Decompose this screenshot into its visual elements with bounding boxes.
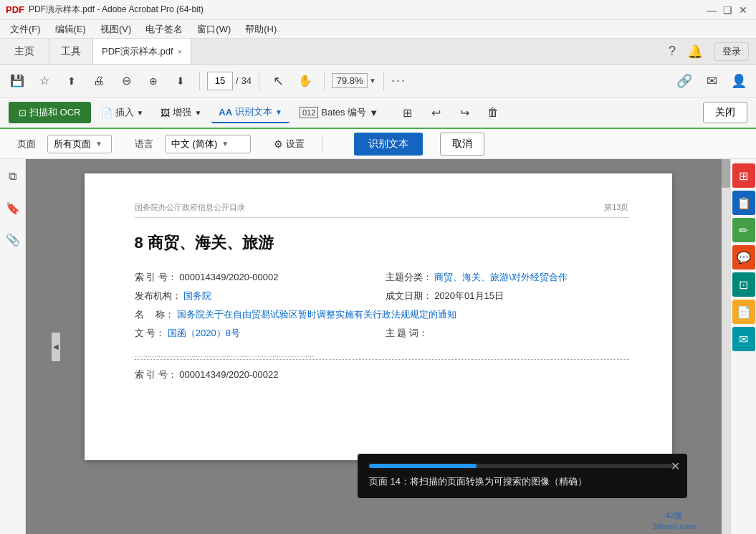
pdf-page-header: 国务院办公厅政府信息公开目录 第13页 [135,202,629,218]
progress-close-button[interactable]: ✕ [671,459,680,473]
enhance-button[interactable]: 🖼 增强 ▼ [153,102,209,123]
help-icon[interactable]: ? [669,44,676,59]
scan-ocr-label: 扫描和 OCR [29,106,81,119]
account-button[interactable]: 👤 [727,70,750,92]
share-button[interactable]: 🔗 [673,70,696,92]
window-controls[interactable]: — ❑ ✕ [704,3,750,17]
page-number-input[interactable] [207,72,233,90]
bookmark-button[interactable]: ☆ [33,70,56,92]
progress-popup: ✕ 页面 14：将扫描的页面转换为可搜索的图像（精确） [358,454,687,498]
total-pages: 34 [241,75,252,86]
recognize-icon: AA [219,107,232,118]
pdf-cell-publisher: 发布机构： 国务院 [135,290,378,302]
dotted-text: ........................................… [135,350,315,358]
insert-icon: 📄 [101,108,113,118]
page-select[interactable]: 所有页面 ▼ [47,135,112,153]
vertical-scrollbar[interactable] [722,159,730,534]
watermark: 42堂 3down.com [652,510,696,531]
title-bar: PDF PDF演示样本.pdf - Adobe Acrobat Pro (64-… [0,0,756,20]
zoom-control: 79.8% ▼ [332,73,376,88]
close-window-button[interactable]: ✕ [736,3,750,17]
rs-forms-button[interactable]: 📋 [732,191,755,215]
rs-comment-button[interactable]: 💬 [732,245,755,270]
notification-icon[interactable]: 🔔 [687,44,703,59]
attachments-panel-button[interactable]: 📎 [3,229,23,249]
pdf-cell-name: 名 称： 国务院关于在自由贸易试验区暂时调整实施有关行政法规规定的通知 [135,308,629,321]
pdf-dotted-separator: ........................................… [135,348,629,360]
rs-send-button[interactable]: ✉ [732,327,755,351]
pages-panel-button[interactable]: ⧉ [3,166,23,186]
lang-select[interactable]: 中文 (简体) ▼ [165,135,251,153]
pdf-row-1: 索 引 号： 000014349/2020-00002 主题分类： 商贸、海关、… [135,271,629,284]
ocr-delete-button[interactable]: 🗑 [482,101,504,124]
email-button[interactable]: ✉ [700,70,723,92]
menu-window[interactable]: 窗口(W) [191,22,236,37]
tab-active-file[interactable]: PDF演示样本.pdf × [93,39,191,64]
rs-export-button[interactable]: ⊡ [732,272,755,297]
tab-tools[interactable]: 工具 [49,39,93,64]
ocr-close-button[interactable]: 关闭 [703,102,747,123]
rs-layout-button[interactable]: ⊞ [732,163,755,188]
pdf-cell-index-label-1: 索 引 号： 000014349/2020-00002 [135,271,378,284]
ocr-redo-button[interactable]: ↪ [453,101,476,124]
ocr-tool1-button[interactable]: ⊞ [396,101,418,124]
maximize-button[interactable]: ❑ [720,3,735,17]
page-select-arrow: ▼ [95,140,102,148]
zoom-value[interactable]: 79.8% [332,73,368,88]
scrollbar-thumb[interactable] [722,159,730,188]
pdf-scroll-area[interactable]: ◀ 国务院办公厅政府信息公开目录 第13页 8 商贸、海关、旅游 索 引 号： … [26,159,730,534]
toolbar: 💾 ☆ ⬆ 🖨 ⊖ ⊕ ⬇ / 34 ↖ ✋ 79.8% ▼ ··· 🔗 ✉ 👤 [0,65,756,97]
bookmarks-panel-button[interactable]: 🔖 [3,198,23,218]
insert-button[interactable]: 📄 插入 ▼ [94,102,151,123]
bates-button[interactable]: 012 Bates 编号 ▼ [292,102,386,123]
rs-edit-button[interactable]: ✏ [732,218,755,242]
enhance-dropdown-icon: ▼ [194,109,201,117]
enhance-label: 增强 [173,106,191,119]
menu-esign[interactable]: 电子签名 [140,22,188,37]
pdf-last-index: 索 引 号： 000014349/2020-00022 [135,368,629,381]
enhance-icon: 🖼 [161,108,170,118]
save-button[interactable]: 💾 [6,70,29,92]
menu-edit[interactable]: 编辑(E) [49,22,92,37]
rs-file-button[interactable]: 📄 [732,300,755,324]
lang-select-value: 中文 (简体) [171,138,217,151]
menu-view[interactable]: 视图(V) [95,22,137,37]
scan-ocr-button[interactable]: ⊡ 扫描和 OCR [9,102,91,123]
toolbar-separator-3 [324,72,325,90]
tab-bar-right: ? 🔔 登录 [661,39,756,64]
tab-bar-spacer [191,39,661,64]
recognize-text-button[interactable]: AA 识别文本 ▼ [211,102,290,123]
tab-home[interactable]: 主页 [0,39,49,64]
cancel-ocr-button[interactable]: 取消 [440,133,484,156]
watermark-line1: 42堂 [652,510,696,520]
download-button[interactable]: ⬇ [169,70,192,92]
bates-dropdown-icon: ▼ [369,108,378,118]
menu-help[interactable]: 帮助(H) [239,22,282,37]
pdf-cell-keywords: 主 题 词： [386,327,629,340]
page-option-label: 页面 [17,138,36,151]
page-navigation: / 34 [207,72,252,90]
login-button[interactable]: 登录 [714,42,749,61]
toolbar-separator-2 [259,72,259,90]
watermark-line2: 3down.com [652,521,696,531]
upload-button[interactable]: ⬆ [60,70,83,92]
zoom-in-button[interactable]: ⊕ [142,70,165,92]
minimize-button[interactable]: — [704,3,719,17]
more-options-button[interactable]: ··· [391,73,406,88]
select-tool-button[interactable]: ↖ [267,70,290,92]
pdf-row-4: 文 号： 国函（2020）8号 主 题 词： [135,327,629,340]
recognize-run-button[interactable]: 识别文本 [354,133,423,156]
tab-bar: 主页 工具 PDF演示样本.pdf × ? 🔔 登录 [0,39,756,65]
tab-close-button[interactable]: × [178,47,182,56]
settings-button[interactable]: ⚙ 设置 [274,138,305,151]
hand-tool-button[interactable]: ✋ [294,70,317,92]
print-button[interactable]: 🖨 [87,70,110,92]
ocr-undo-button[interactable]: ↩ [424,101,447,124]
zoom-dropdown-arrow[interactable]: ▼ [369,77,376,85]
lang-select-arrow: ▼ [221,140,229,148]
lang-option-label: 语言 [135,138,153,151]
menu-file[interactable]: 文件(F) [4,22,47,37]
zoom-out-button[interactable]: ⊖ [115,70,138,92]
sidebar-collapse-arrow[interactable]: ◀ [52,333,60,361]
progress-text: 页面 14：将扫描的页面转换为可搜索的图像（精确） [369,475,676,488]
